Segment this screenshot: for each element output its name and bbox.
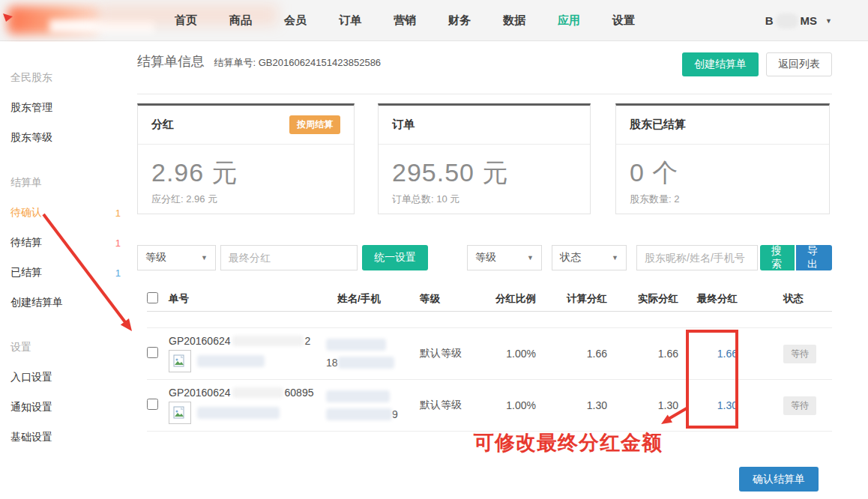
nav-item-settings[interactable]: 设置 [612, 13, 635, 28]
level-select-left[interactable]: 等级 ▼ [137, 245, 216, 270]
calc-dividend-cell: 1.66 [536, 348, 607, 360]
confirm-settlement-button[interactable]: 确认结算单 [739, 467, 819, 492]
chevron-down-icon: ▼ [527, 254, 534, 261]
phone-number: 9 [326, 408, 420, 420]
sidebar-section-settlements: 结算单 [0, 168, 137, 198]
settled-shareholders-card: 股东已结算 0 个 股东数量: 2 [615, 103, 830, 214]
row-checkbox[interactable] [147, 399, 158, 410]
name-blur-redaction [326, 390, 390, 402]
col-header-status: 状态 [757, 292, 832, 306]
select-all-checkbox[interactable] [147, 292, 158, 303]
chevron-down-icon: ▼ [612, 254, 618, 261]
top-navbar: 首页 商品 会员 订单 营销 财务 数据 应用 设置 B MS ▼ [0, 0, 868, 41]
avatar [169, 350, 191, 372]
nav-item-apps[interactable]: 应用 [558, 13, 580, 28]
user-name-suffix: MS [801, 14, 818, 27]
settlement-number: 结算单号: GB20160624151423852586 [214, 56, 381, 70]
settlement-table: 单号 姓名/手机 等级 分红比例 计算分红 实际分红 最终分红 状态 GP201… [147, 286, 832, 432]
bulk-set-group: 等级 ▼ 统一设置 [137, 245, 428, 270]
final-dividend-editable[interactable]: 1.66 [717, 348, 738, 360]
back-to-list-button[interactable]: 返回列表 [766, 52, 832, 76]
status-badge: 等待 [783, 345, 816, 363]
status-badge: 等待 [783, 396, 816, 415]
nav-item-data[interactable]: 数据 [503, 13, 525, 28]
row-checkbox[interactable] [147, 347, 158, 358]
summary-cards: 分红 按周结算 2.96 元 应分红: 2.96 元 订单 295.50 元 订… [137, 103, 832, 214]
settled-count: 0 个 [630, 156, 816, 190]
main-content: 结算单信息 结算单号: GB20160624151423852586 创建结算单… [137, 42, 832, 499]
order-number: GP20160624 60895 [169, 387, 326, 399]
col-header-ratio: 分红比例 [487, 292, 536, 306]
sidebar-section-settings: 设置 [0, 333, 137, 363]
order-blur-redaction [232, 336, 304, 346]
sidebar-item-create-settlement[interactable]: 创建结算单 [0, 288, 137, 318]
table-row: GP20160624 60895 [147, 380, 832, 432]
order-number: GP20160624 2 [169, 335, 326, 347]
nav-item-finance[interactable]: 财务 [448, 13, 471, 28]
actual-dividend-cell: 1.30 [607, 399, 678, 411]
dividend-card: 分红 按周结算 2.96 元 应分红: 2.96 元 [137, 103, 355, 214]
nav-item-members[interactable]: 会员 [284, 13, 307, 28]
phone-blur-redaction [326, 408, 392, 420]
header-divider [137, 94, 832, 94]
col-header-order: 单号 [169, 292, 326, 306]
nickname-blur-redaction [197, 407, 280, 419]
order-total: 订单总数: 10 元 [392, 193, 576, 206]
dividend-due: 应分红: 2.96 元 [151, 193, 340, 206]
sidebar-item-shareholder-levels[interactable]: 股东等级 [0, 123, 137, 153]
broken-image-icon [173, 406, 187, 420]
order-card-title: 订单 [392, 118, 415, 132]
sidebar-item-entry-settings[interactable]: 入口设置 [0, 363, 137, 393]
nav-item-products[interactable]: 商品 [229, 13, 252, 28]
sidebar-item-notify-settings[interactable]: 通知设置 [0, 393, 137, 423]
col-header-actual: 实际分红 [607, 292, 678, 306]
pending-confirm-count-badge: 1 [115, 208, 121, 219]
sidebar-item-shareholder-management[interactable]: 股东管理 [0, 93, 137, 123]
sidebar-item-basic-settings[interactable]: 基础设置 [0, 423, 137, 453]
final-dividend-input[interactable] [220, 245, 358, 270]
search-group: 等级 ▼ 状态 ▼ 搜索 导出 [467, 245, 832, 270]
ratio-cell: 1.00% [487, 399, 536, 411]
page-header: 结算单信息 结算单号: GB20160624151423852586 创建结算单… [137, 52, 832, 87]
nav-item-orders[interactable]: 订单 [339, 13, 361, 28]
order-amount: 295.50 元 [392, 156, 576, 190]
main-menu: 首页 商品 会员 订单 营销 财务 数据 应用 设置 [175, 0, 635, 41]
broken-image-icon [173, 354, 187, 368]
pending-settle-count-badge: 1 [115, 238, 121, 249]
status-select[interactable]: 状态 ▼ [552, 245, 627, 270]
export-button[interactable]: 导出 [796, 245, 832, 270]
page-title: 结算单信息 [137, 52, 205, 70]
dividend-card-title: 分红 [151, 118, 174, 132]
level-cell: 默认等级 [420, 399, 487, 412]
shareholder-count: 股东数量: 2 [630, 193, 816, 206]
shareholder-search-input[interactable] [636, 245, 758, 270]
name-blur-redaction [326, 339, 386, 351]
settled-card-title: 股东已结算 [630, 118, 686, 132]
user-name-blur-redaction [776, 13, 798, 28]
sidebar: 全民股东 股东管理 股东等级 结算单 待确认 1 待结算 1 已结算 1 创建结… [0, 42, 137, 499]
search-button[interactable]: 搜索 [760, 245, 795, 270]
col-header-final: 最终分红 [678, 292, 757, 306]
nav-item-marketing[interactable]: 营销 [394, 13, 416, 28]
nav-item-home[interactable]: 首页 [175, 13, 197, 28]
col-header-calc: 计算分红 [536, 292, 607, 306]
table-row: GP20160624 2 [147, 328, 832, 380]
create-settlement-button[interactable]: 创建结算单 [682, 52, 759, 76]
sidebar-item-settled[interactable]: 已结算 1 [0, 258, 137, 288]
user-name-prefix: B [765, 14, 774, 27]
ratio-cell: 1.00% [487, 348, 536, 360]
chevron-down-icon: ▼ [201, 254, 208, 261]
user-account-menu[interactable]: B MS ▼ [765, 0, 832, 41]
calc-dividend-cell: 1.30 [536, 399, 607, 411]
sidebar-item-pending-confirm[interactable]: 待确认 1 [0, 198, 137, 228]
level-cell: 默认等级 [420, 347, 487, 360]
unify-set-button[interactable]: 统一设置 [362, 245, 428, 270]
phone-blur-redaction [338, 357, 394, 369]
table-header-row: 单号 姓名/手机 等级 分红比例 计算分红 实际分红 最终分红 状态 [147, 286, 832, 312]
sidebar-section-shareholders: 全民股东 [0, 63, 137, 93]
sidebar-item-pending-settle[interactable]: 待结算 1 [0, 228, 137, 258]
order-card: 订单 295.50 元 订单总数: 10 元 [378, 103, 591, 214]
final-dividend-editable[interactable]: 1.30 [717, 399, 738, 411]
nickname-blur-redaction [197, 355, 265, 367]
level-select-right[interactable]: 等级 ▼ [467, 245, 542, 270]
